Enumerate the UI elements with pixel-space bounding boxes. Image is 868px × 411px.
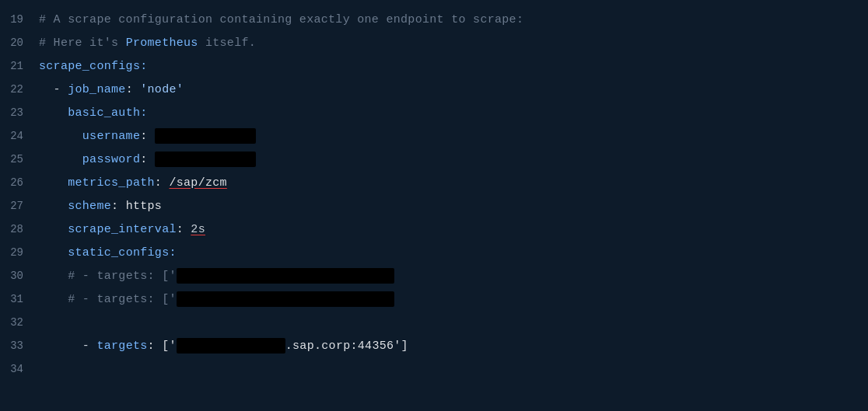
line-content: # A scrape configuration containing exac… xyxy=(39,13,868,26)
redacted-password xyxy=(155,152,256,167)
code-line-29: 29 static_configs: xyxy=(0,241,868,264)
code-line-26: 26 metrics_path: /sap/zcm xyxy=(0,171,868,194)
line-content: basic_auth: xyxy=(39,106,868,120)
code-line-34: 34 xyxy=(0,357,868,381)
line-number: 20 xyxy=(0,37,39,49)
line-content: scheme: https xyxy=(39,200,868,213)
code-line-22: 22 - job_name: 'node' xyxy=(0,78,868,101)
code-line-20: 20 # Here it's Prometheus itself. xyxy=(0,31,868,54)
line-content: scrape_interval: 2s xyxy=(39,223,868,236)
line-number: 28 xyxy=(0,223,39,235)
line-content: password: xyxy=(39,152,868,167)
redacted-target-3 xyxy=(177,338,285,354)
line-content: static_configs: xyxy=(39,246,868,259)
redacted-target-2 xyxy=(177,291,394,307)
line-number: 24 xyxy=(0,130,39,142)
line-number: 33 xyxy=(0,340,39,352)
code-line-19: 19 # A scrape configuration containing e… xyxy=(0,8,868,31)
code-line-24: 24 username: xyxy=(0,124,868,148)
line-number: 25 xyxy=(0,153,39,165)
code-line-30: 30 # - targets: [' xyxy=(0,264,868,287)
line-content: # - targets: [' xyxy=(39,291,868,307)
line-content: # Here it's Prometheus itself. xyxy=(39,37,868,50)
code-line-25: 25 password: xyxy=(0,148,868,171)
line-content: scrape_configs: xyxy=(39,60,868,73)
line-number: 22 xyxy=(0,83,39,96)
line-number: 34 xyxy=(0,363,39,375)
code-line-21: 21 scrape_configs: xyxy=(0,54,868,78)
redacted-target-1 xyxy=(177,268,394,284)
line-number: 30 xyxy=(0,270,39,282)
line-content xyxy=(39,363,868,376)
line-content: - job_name: 'node' xyxy=(39,83,868,96)
line-number: 31 xyxy=(0,293,39,305)
line-number: 23 xyxy=(0,106,39,119)
code-editor: 19 # A scrape configuration containing e… xyxy=(0,0,868,411)
code-line-28: 28 scrape_interval: 2s xyxy=(0,218,868,241)
line-number: 19 xyxy=(0,13,39,26)
line-content: username: xyxy=(39,128,868,144)
redacted-username xyxy=(155,128,256,144)
line-content: - targets: [' .sap.corp:44356'] xyxy=(39,338,868,354)
line-number: 32 xyxy=(0,316,39,329)
line-number: 29 xyxy=(0,246,39,259)
line-content: # - targets: [' xyxy=(39,268,868,284)
code-line-33: 33 - targets: [' .sap.corp:44356'] xyxy=(0,334,868,357)
line-number: 21 xyxy=(0,60,39,72)
line-content: metrics_path: /sap/zcm xyxy=(39,176,868,190)
line-content xyxy=(39,316,868,329)
code-line-23: 23 basic_auth: xyxy=(0,101,868,124)
code-line-27: 27 scheme: https xyxy=(0,194,868,218)
line-number: 27 xyxy=(0,200,39,212)
line-number: 26 xyxy=(0,176,39,189)
code-line-31: 31 # - targets: [' xyxy=(0,287,868,311)
code-line-32: 32 xyxy=(0,311,868,334)
